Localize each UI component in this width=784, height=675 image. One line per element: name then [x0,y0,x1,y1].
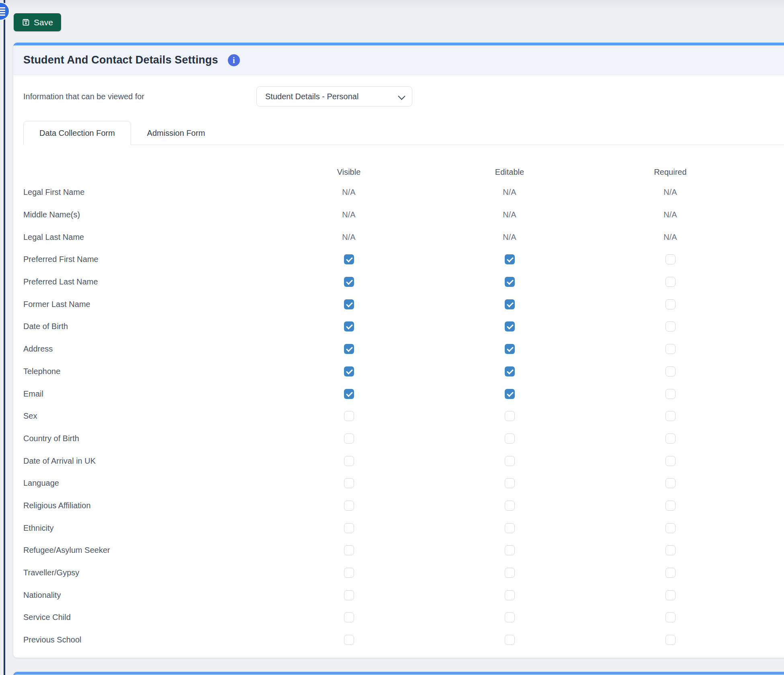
visible-cell [268,590,429,600]
editable-cell [429,299,590,309]
visible-checkbox[interactable] [344,612,354,622]
panel-body: Information that can be viewed for Stude… [13,75,784,651]
row-label: Legal First Name [23,188,268,197]
settings-table-header: Visible Editable Required [23,163,784,181]
editable-checkbox[interactable] [505,277,515,287]
visible-checkbox[interactable] [344,501,354,511]
visible-checkbox[interactable] [344,568,354,578]
required-checkbox[interactable] [665,501,676,511]
visible-cell [268,456,429,466]
visible-checkbox[interactable] [344,254,354,264]
row-label: Religious Affiliation [23,501,268,510]
visible-checkbox[interactable] [344,344,354,354]
required-cell: N/A [590,233,751,242]
visible-checkbox[interactable] [344,456,354,466]
required-checkbox[interactable] [665,344,676,354]
filter-row: Information that can be viewed for Stude… [23,86,784,106]
editable-checkbox[interactable] [505,434,515,444]
visible-cell: N/A [268,210,429,219]
required-checkbox[interactable] [665,478,676,488]
visible-cell [268,434,429,444]
editable-checkbox[interactable] [505,501,515,511]
visible-checkbox[interactable] [344,389,354,399]
table-row: Traveller/Gypsy [23,562,784,584]
editable-checkbox[interactable] [505,612,515,622]
visible-checkbox[interactable] [344,545,354,555]
required-checkbox[interactable] [665,277,676,287]
visible-checkbox[interactable] [344,635,354,645]
visible-cell [268,478,429,488]
table-row: Service Child [23,606,784,629]
row-label: Country of Birth [23,434,268,443]
required-cell: N/A [590,188,751,197]
required-checkbox[interactable] [665,366,676,376]
editable-checkbox[interactable] [505,635,515,645]
visible-cell [268,344,429,354]
required-checkbox[interactable] [665,254,676,264]
required-checkbox[interactable] [665,299,676,309]
column-header-editable: Editable [429,168,590,177]
save-button[interactable]: Save [14,13,61,31]
required-checkbox[interactable] [665,590,676,600]
na-value: N/A [503,233,516,242]
editable-checkbox[interactable] [505,523,515,533]
visible-checkbox[interactable] [344,366,354,376]
na-value: N/A [342,188,355,197]
visible-checkbox[interactable] [344,277,354,287]
visible-checkbox[interactable] [344,411,354,421]
tab-admission-form[interactable]: Admission Form [131,121,221,145]
editable-checkbox[interactable] [505,321,515,331]
required-checkbox[interactable] [665,545,676,555]
required-checkbox[interactable] [665,321,676,331]
save-icon [22,18,30,27]
visible-cell [268,299,429,309]
visible-checkbox[interactable] [344,434,354,444]
row-label: Service Child [23,613,268,622]
editable-cell [429,456,590,466]
required-checkbox[interactable] [665,434,676,444]
info-category-select[interactable]: Student Details - Personal [256,86,412,106]
editable-cell [429,389,590,399]
visible-cell [268,411,429,421]
editable-checkbox[interactable] [505,299,515,309]
editable-checkbox[interactable] [505,568,515,578]
row-label: Email [23,389,268,399]
menu-badge-icon[interactable] [0,2,10,20]
editable-checkbox[interactable] [505,389,515,399]
editable-checkbox[interactable] [505,254,515,264]
panel-header: Student And Contact Details Settings i [13,45,784,75]
required-checkbox[interactable] [665,411,676,421]
editable-checkbox[interactable] [505,456,515,466]
editable-checkbox[interactable] [505,545,515,555]
required-cell [590,568,751,578]
tab-data-collection-form[interactable]: Data Collection Form [23,121,131,145]
visible-checkbox[interactable] [344,523,354,533]
required-cell [590,501,751,511]
editable-checkbox[interactable] [505,411,515,421]
row-label: Telephone [23,367,268,376]
editable-checkbox[interactable] [505,478,515,488]
required-cell: N/A [590,210,751,219]
required-checkbox[interactable] [665,523,676,533]
required-checkbox[interactable] [665,568,676,578]
visible-checkbox[interactable] [344,590,354,600]
row-label: Preferred First Name [23,255,268,264]
editable-checkbox[interactable] [505,590,515,600]
visible-cell [268,635,429,645]
required-cell [590,612,751,622]
required-checkbox[interactable] [665,389,676,399]
editable-checkbox[interactable] [505,344,515,354]
visible-checkbox[interactable] [344,321,354,331]
row-label: Sex [23,411,268,421]
required-checkbox[interactable] [665,612,676,622]
required-checkbox[interactable] [665,456,676,466]
row-label: Date of Arrival in UK [23,456,268,466]
row-label: Address [23,344,268,354]
editable-checkbox[interactable] [505,366,515,376]
na-value: N/A [342,233,355,242]
editable-cell [429,478,590,488]
visible-checkbox[interactable] [344,478,354,488]
visible-checkbox[interactable] [344,299,354,309]
info-icon[interactable]: i [228,54,240,66]
required-checkbox[interactable] [665,635,676,645]
